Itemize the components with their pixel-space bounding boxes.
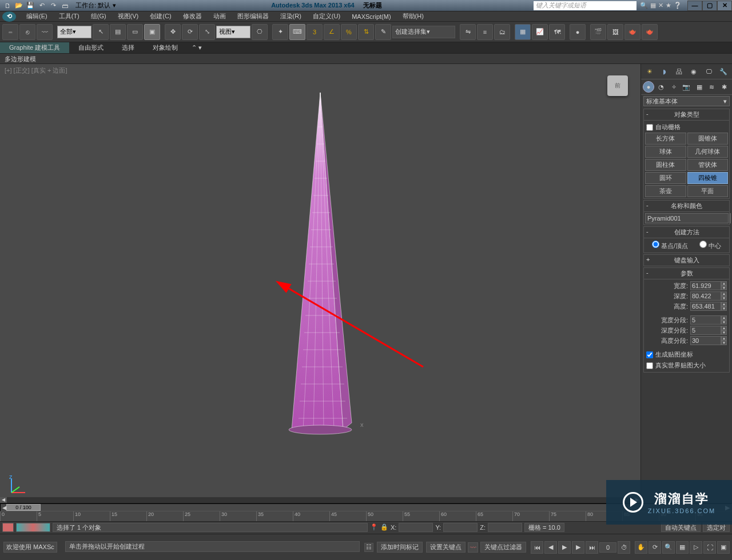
menu-modifiers[interactable]: 修改器 bbox=[177, 11, 208, 22]
geometry-tab-icon[interactable]: ● bbox=[643, 81, 654, 93]
viewport-scrollbar-h[interactable]: ◀▶ bbox=[0, 497, 640, 503]
btn-cylinder[interactable]: 圆柱体 bbox=[645, 159, 686, 171]
graphite-icon[interactable]: ▦ bbox=[515, 24, 531, 40]
tab-graphite[interactable]: Graphite 建模工具 bbox=[0, 42, 69, 53]
track-color[interactable] bbox=[2, 523, 14, 532]
menu-maxscript[interactable]: MAXScript(M) bbox=[346, 12, 396, 21]
comm-icon[interactable]: ☷ bbox=[364, 543, 373, 552]
curve-editor-icon[interactable]: 📈 bbox=[532, 24, 548, 40]
tab-selection[interactable]: 选择 bbox=[113, 42, 144, 53]
category-dropdown[interactable]: 标准基本体 bbox=[643, 96, 730, 106]
cameras-tab-icon[interactable]: 📷 bbox=[681, 81, 692, 93]
create-tab-icon[interactable]: ☀ bbox=[644, 66, 655, 77]
keyboard-shortcut-icon[interactable]: ⌨ bbox=[289, 24, 305, 40]
tab-paint[interactable]: 对象绘制 bbox=[144, 42, 187, 53]
ref-coord-dropdown[interactable]: 视图 ▾ bbox=[216, 26, 250, 38]
bind-space-warp-icon[interactable]: 〰 bbox=[37, 24, 53, 40]
open-icon[interactable]: 📂 bbox=[14, 1, 24, 10]
workspace-selector[interactable]: 工作台: 默认▾ bbox=[72, 1, 120, 10]
manipulate-icon[interactable]: ✦ bbox=[272, 24, 288, 40]
name-color-rollout[interactable]: -名称和颜色 bbox=[643, 200, 730, 212]
schematic-view-icon[interactable]: 🗺 bbox=[549, 24, 565, 40]
btn-box[interactable]: 长方体 bbox=[645, 133, 686, 145]
systems-tab-icon[interactable]: ✱ bbox=[719, 81, 730, 93]
height-input[interactable] bbox=[690, 302, 721, 311]
fov-icon[interactable]: ▷ bbox=[690, 541, 702, 554]
exchange-icon[interactable]: ✕ bbox=[658, 2, 663, 9]
keyboard-entry-rollout[interactable]: +键盘输入 bbox=[643, 254, 730, 266]
select-name-icon[interactable]: ▤ bbox=[110, 24, 126, 40]
maximize-button[interactable]: ▢ bbox=[702, 1, 717, 11]
minimize-button[interactable]: — bbox=[687, 1, 702, 11]
goto-start-icon[interactable]: ⏮ bbox=[531, 541, 543, 554]
save-icon[interactable]: 💾 bbox=[25, 1, 35, 10]
rect-select-icon[interactable]: ▭ bbox=[127, 24, 143, 40]
time-config-icon[interactable]: ⏱ bbox=[618, 541, 630, 554]
play-icon[interactable]: ▶ bbox=[558, 541, 571, 554]
unlink-icon[interactable]: ⎋ bbox=[19, 24, 35, 40]
wseg-input[interactable] bbox=[690, 315, 721, 325]
btn-plane[interactable]: 平面 bbox=[687, 185, 729, 197]
select-link-icon[interactable]: ⎓ bbox=[2, 24, 18, 40]
object-type-rollout[interactable]: -对象类型 bbox=[643, 109, 730, 121]
btn-torus[interactable]: 圆环 bbox=[645, 172, 686, 184]
display-tab-icon[interactable]: 🖵 bbox=[703, 66, 714, 77]
zoom-extents-icon[interactable]: ⛶ bbox=[703, 541, 716, 554]
parameters-rollout[interactable]: -参数 bbox=[643, 267, 730, 279]
arc-rotate-icon[interactable]: ⟳ bbox=[649, 541, 661, 554]
hierarchy-tab-icon[interactable]: 品 bbox=[674, 66, 685, 77]
btn-cone[interactable]: 圆锥体 bbox=[687, 133, 729, 145]
zoom-all-icon[interactable]: ▦ bbox=[676, 541, 689, 554]
project-icon[interactable]: 🗃 bbox=[59, 1, 70, 10]
goto-end-icon[interactable]: ⏭ bbox=[586, 541, 598, 554]
pan-icon[interactable]: ✋ bbox=[635, 541, 647, 554]
angle-snap-icon[interactable]: ∠ bbox=[324, 24, 340, 40]
zoom-icon[interactable]: 🔍 bbox=[662, 541, 675, 554]
new-icon[interactable]: 🗋 bbox=[2, 1, 13, 10]
material-editor-icon[interactable]: ● bbox=[570, 24, 586, 40]
lights-tab-icon[interactable]: ✧ bbox=[668, 81, 679, 93]
menu-edit[interactable]: 编辑(E) bbox=[21, 11, 53, 22]
viewport[interactable]: [+] [正交] [真实 + 边面] 前 bbox=[0, 64, 640, 503]
use-center-icon[interactable]: ⎔ bbox=[252, 24, 268, 40]
menu-customize[interactable]: 自定义(U) bbox=[307, 11, 346, 22]
menu-views[interactable]: 视图(V) bbox=[112, 11, 145, 22]
menu-group[interactable]: 组(G) bbox=[85, 11, 112, 22]
add-time-tag[interactable]: 添加时间标记 bbox=[377, 542, 423, 553]
width-input[interactable] bbox=[690, 281, 721, 290]
utilities-tab-icon[interactable]: 🔧 bbox=[718, 66, 729, 77]
key-filters-button[interactable]: 关键点过滤器 bbox=[480, 542, 526, 553]
ribbon-panel-label[interactable]: 多边形建模 bbox=[0, 54, 732, 64]
render-setup-icon[interactable]: 🎬 bbox=[590, 24, 606, 40]
tab-freeform[interactable]: 自由形式 bbox=[69, 42, 113, 53]
current-frame-input[interactable] bbox=[599, 542, 616, 553]
move-icon[interactable]: ✥ bbox=[165, 24, 181, 40]
radio-center[interactable]: 中心 bbox=[699, 241, 721, 250]
menu-create[interactable]: 创建(C) bbox=[144, 11, 177, 22]
favorites-icon[interactable]: ★ bbox=[666, 2, 671, 9]
hseg-input[interactable] bbox=[690, 336, 721, 345]
spinner-up-icon[interactable]: ▲ bbox=[721, 281, 727, 286]
max-toggle-icon[interactable]: ▣ bbox=[717, 541, 730, 554]
lock2-icon[interactable]: 🔒 bbox=[380, 523, 388, 531]
edit-named-sel-icon[interactable]: ✎ bbox=[375, 24, 391, 40]
rotate-icon[interactable]: ⟳ bbox=[182, 24, 198, 40]
genmap-checkbox[interactable] bbox=[646, 351, 653, 358]
pyramid-object[interactable]: x bbox=[257, 87, 383, 441]
spinner-down-icon[interactable]: ▼ bbox=[721, 286, 727, 290]
btn-tube[interactable]: 管状体 bbox=[687, 159, 729, 171]
realworld-checkbox[interactable] bbox=[646, 362, 653, 369]
help-search[interactable]: 键入关键字或短语 bbox=[534, 1, 636, 10]
time-handle[interactable]: 0 / 100 bbox=[6, 504, 41, 511]
viewport-label[interactable]: [+] [正交] [真实 + 边面] bbox=[5, 66, 67, 75]
select-object-icon[interactable]: ↖ bbox=[93, 24, 109, 40]
z-coord-input[interactable] bbox=[488, 523, 522, 532]
spinner-snap-icon[interactable]: ⇅ bbox=[358, 24, 374, 40]
rendered-frame-icon[interactable]: 🖼 bbox=[607, 24, 623, 40]
ribbon-collapse-icon[interactable]: ⌃ ▾ bbox=[187, 43, 206, 53]
undo-icon[interactable]: ↶ bbox=[37, 1, 47, 10]
btn-sphere[interactable]: 球体 bbox=[645, 146, 686, 158]
render-iterative-icon[interactable]: 🫖 bbox=[642, 24, 658, 40]
depth-input[interactable] bbox=[690, 291, 721, 301]
next-frame-icon[interactable]: ▶ bbox=[572, 541, 584, 554]
